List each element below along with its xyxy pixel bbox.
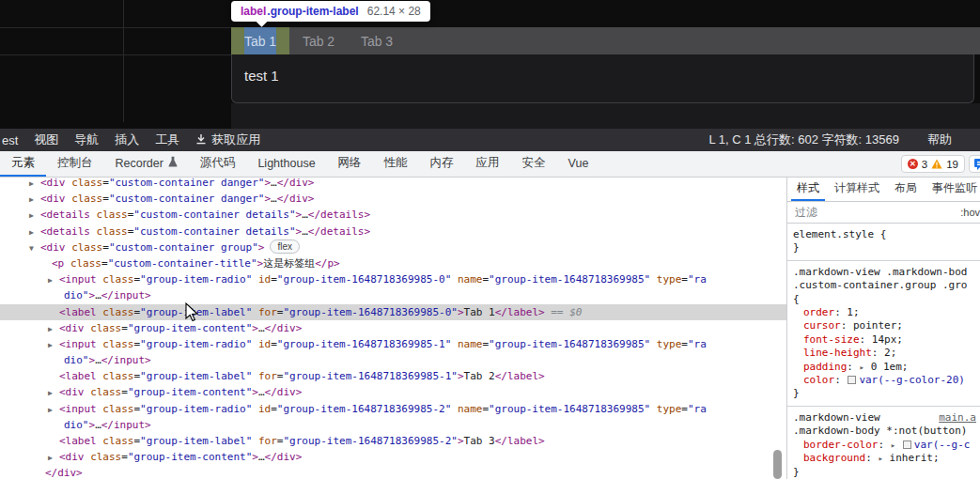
dom-node[interactable]: <p class="custom-container-title">这是标签组<… [0,255,786,271]
expand-arrow-closed-icon[interactable]: ▶ [48,402,59,418]
hover-state-toggle[interactable]: :hov [960,202,980,224]
style-rule-line[interactable]: .markdown-viewmain.a [793,411,976,425]
expand-arrow-closed-icon[interactable]: ▶ [48,385,59,401]
style-rule-line[interactable]: background: ▸ inherit; [793,452,976,465]
dom-node[interactable]: ▶<div class="group-item-content">…</div> [0,449,786,465]
expand-arrow-closed-icon[interactable]: ▶ [48,272,59,288]
dom-node-selected[interactable]: <label class="group-item-label" for="gro… [0,304,786,320]
menu-item-label: 工具 [155,131,179,148]
styles-tab-样式[interactable]: 样式 [791,178,825,201]
expand-arrow-open-icon[interactable]: ▼ [29,240,40,256]
preview-background [231,103,980,129]
dom-node[interactable]: ▶<div class="group-item-content">…</div> [0,384,786,400]
expand-arrow-closed-icon[interactable]: ▶ [48,337,59,353]
elements-scrollbar-thumb[interactable] [773,450,782,479]
menu-item-label: 视图 [34,131,58,148]
dom-node[interactable]: ▶<div class="group-item-content">…</div> [0,320,786,336]
code-token: <div [59,386,90,398]
code-token: "group-item-label" [140,370,252,382]
expand-arrow-closed-icon[interactable]: ▶ [29,192,40,208]
menu-item-est[interactable]: est [2,133,18,147]
devtools-tab-Lighthouse[interactable]: Lighthouse [246,151,326,177]
dom-node[interactable]: ▶<div class="custom-container danger">…<… [0,178,786,191]
dom-node[interactable]: ▶<input class="group-item-radio" id="gro… [0,401,786,417]
code-token: = [121,386,128,398]
expand-arrow-closed-icon[interactable]: ▶ [29,224,40,240]
preview-tab-3[interactable]: Tab 3 [348,27,406,54]
dom-node[interactable]: ▶<details class="custom-container detail… [0,224,786,240]
devtools-tab-控制台[interactable]: 控制台 [46,151,104,177]
code-token: class [102,435,133,447]
tab-content-text: test 1 [244,68,279,84]
color-swatch[interactable] [848,376,856,384]
style-rule-line[interactable]: color: var(--g-color-20) [793,374,976,387]
devtools-tab-网络[interactable]: 网络 [327,151,373,177]
devtools-tab-性能[interactable]: 性能 [373,151,419,177]
style-rule-line[interactable]: { [793,293,976,306]
devtools-tab-源代码[interactable]: 源代码 [189,151,247,177]
editor-grid-line-vertical [123,0,124,122]
style-rule-line[interactable]: element.style { [793,228,976,241]
styles-tab-计算样式[interactable]: 计算样式 [829,178,885,201]
devtools-tab-Recorder[interactable]: Recorder [104,151,189,177]
mouse-cursor [185,302,200,323]
style-rule-section: .markdown-viewmain.a.markdown-body *:not… [787,407,980,479]
style-rule-line[interactable]: } [793,466,976,479]
style-rule-line[interactable]: border-color: ▸ var(--g-c [793,439,976,452]
code-token: "group-item-1648718369985" [489,338,650,350]
devtools-tab-元素[interactable]: 元素 [0,151,46,177]
dom-node[interactable]: </div> [0,465,786,479]
expand-arrow-closed-icon[interactable]: ▶ [29,208,40,224]
help-menu[interactable]: 帮助 [927,131,952,148]
console-status-badges[interactable]: ✕ 3 19 [901,155,965,173]
dom-node[interactable]: <label class="group-item-label" for="gro… [0,368,786,384]
devtools-tab-安全[interactable]: 安全 [511,151,557,177]
dom-node[interactable]: ▶<div class="custom-container danger">…<… [0,191,786,207]
expand-arrow-closed-icon[interactable]: ▶ [48,321,59,337]
dom-node[interactable]: ▶<details class="custom-container detail… [0,207,786,223]
preview-tab-2[interactable]: Tab 2 [289,27,348,54]
style-rule-line[interactable]: cursor: pointer; [793,319,976,332]
style-rule-line[interactable]: font-size: 14px; [793,333,976,347]
style-rule-line[interactable]: .custom-container.group .gro [793,279,976,292]
menu-item-导航[interactable]: 导航 [74,131,99,148]
code-token: "custom-container group" [109,241,258,254]
expand-arrow-closed-icon[interactable]: ▶ [29,178,40,192]
dom-node[interactable]: dio">…</input> [0,287,786,303]
style-rule-line[interactable]: } [793,241,976,255]
dom-node[interactable]: dio">…</input> [0,352,786,368]
devtools-tab-内存[interactable]: 内存 [419,151,465,177]
menu-item-工具[interactable]: 工具 [155,131,179,148]
issues-badge[interactable] [969,155,980,173]
dom-node[interactable]: ▼<div class="custom-container group">fle… [0,240,786,255]
dom-node[interactable]: <label class="group-item-label" for="gro… [0,433,786,449]
color-swatch[interactable] [903,440,911,449]
style-rule-line[interactable]: order: 1; [793,306,976,319]
menu-item-获取应用[interactable]: 获取应用 [195,131,260,148]
expand-arrow-closed-icon[interactable]: ▶ [48,450,59,466]
preview-tab-1[interactable]: Tab 1 [231,27,289,54]
style-rule-line[interactable]: .markdown-body *:not(button) [793,425,976,438]
menu-item-视图[interactable]: 视图 [34,131,58,148]
style-rule-line[interactable]: line-height: 2; [793,347,976,360]
dom-node[interactable]: ▶<input class="group-item-radio" id="gro… [0,336,786,352]
style-rule-line[interactable]: .markdown-view .markdown-bod [793,266,976,279]
devtools-tab-Vue[interactable]: Vue [557,151,600,177]
devtools-tab-应用[interactable]: 应用 [465,151,511,177]
styles-tab-布局[interactable]: 布局 [889,178,923,201]
code-token: … [95,289,101,301]
devtools-tab-label: Recorder [116,157,163,170]
flex-badge[interactable]: flex [270,240,300,254]
code-token: </label> [495,370,545,382]
styles-tab-事件监听[interactable]: 事件监听 [926,178,980,201]
styles-filter-input[interactable]: 过滤 [787,206,817,219]
style-rule-line[interactable]: } [793,387,976,400]
code-token: > [258,241,265,254]
css-token: : 14px; [860,333,903,346]
style-rule-line[interactable]: padding: ▸ 0 1em; [793,361,976,374]
dom-node[interactable]: dio">…</input> [0,417,786,433]
dom-node[interactable]: ▶<input class="group-item-radio" id="gro… [0,271,786,287]
code-token: = [102,193,109,205]
menu-item-插入[interactable]: 插入 [115,131,139,148]
stylesheet-source-link[interactable]: main.a [939,411,976,425]
